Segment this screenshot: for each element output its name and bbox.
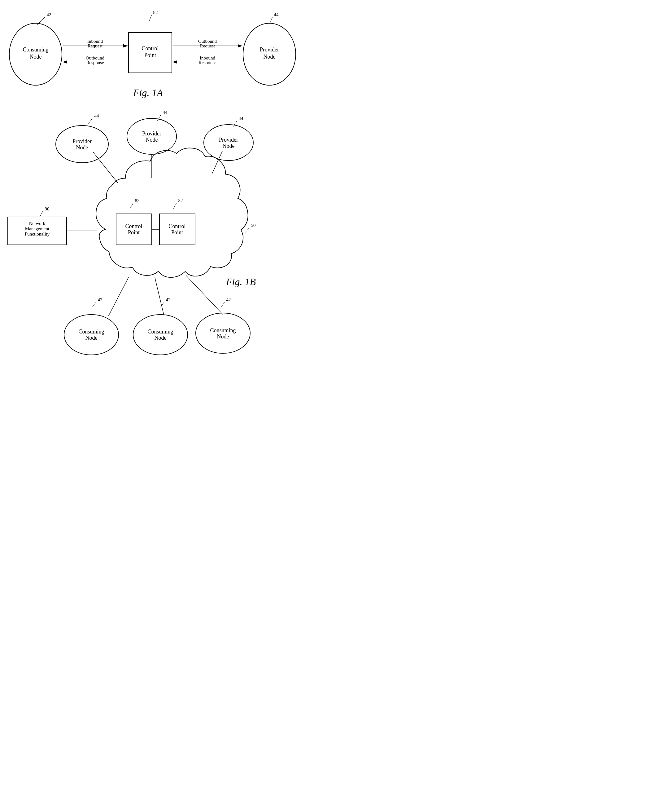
- c1-label2: Node: [86, 335, 98, 341]
- cloud-to-consuming1-line: [108, 277, 128, 316]
- cp2-label1: Control: [168, 223, 185, 229]
- ref-44-p3: 44: [239, 116, 244, 121]
- inbound-request-label1: Inbound: [87, 39, 103, 44]
- provider1-label2: Node: [76, 144, 88, 151]
- ref-82-fig1a: 82: [153, 10, 158, 15]
- network-mgmt-label3: Functionality: [25, 231, 50, 236]
- provider1-label1: Provider: [72, 138, 92, 144]
- consuming-node-label2-fig1a: Node: [30, 54, 42, 60]
- control-point-label2-fig1a: Point: [144, 52, 156, 58]
- ref-42-c1: 42: [98, 297, 102, 302]
- svg-line-9: [130, 203, 133, 208]
- page: 42 Consuming Node 82 Control Point 44 Pr…: [0, 0, 327, 406]
- c2-label1: Consuming: [147, 328, 173, 335]
- svg-line-7: [233, 121, 237, 127]
- svg-line-8: [40, 211, 43, 217]
- svg-line-2: [149, 15, 152, 22]
- cloud-to-consuming2-line: [155, 277, 164, 316]
- ref-82-cp1: 82: [135, 198, 140, 203]
- provider-node-label2-fig1a: Node: [263, 54, 276, 60]
- cp1-label1: Control: [125, 223, 142, 229]
- ref-42-c2: 42: [166, 297, 171, 302]
- fig1b-label: Fig. 1B: [226, 276, 256, 287]
- outbound-response-label2: Response: [86, 60, 104, 65]
- ref-44-fig1a: 44: [274, 12, 279, 17]
- provider2-label2: Node: [146, 137, 158, 143]
- cloud-to-consuming3-line: [186, 275, 223, 314]
- cloud-shape: [96, 148, 248, 277]
- ref-42-fig1a: 42: [47, 12, 51, 17]
- cp1-label2: Point: [128, 229, 140, 236]
- outbound-request-label2: Request: [200, 43, 215, 48]
- ref-82-cp2: 82: [178, 198, 183, 203]
- cp2-label2: Point: [171, 229, 183, 236]
- network-mgmt-label2: Management: [25, 226, 50, 231]
- inbound-request-label2: Request: [88, 43, 103, 48]
- network-mgmt-label1: Network: [29, 221, 46, 226]
- ref-90-fig1b: 90: [45, 207, 50, 211]
- svg-line-11: [91, 302, 96, 308]
- provider1-to-cloud-line: [93, 152, 118, 183]
- svg-line-6: [157, 115, 161, 121]
- fig1a-label: Fig. 1A: [133, 87, 163, 98]
- provider3-label2: Node: [223, 143, 235, 149]
- outbound-request-label1: Outbound: [198, 39, 217, 44]
- ref-42-c3: 42: [226, 297, 231, 302]
- provider3-label1: Provider: [219, 137, 238, 143]
- outbound-response-label1: Outbound: [86, 55, 105, 60]
- svg-line-10: [173, 203, 177, 208]
- ref-50-fig1b: 50: [251, 223, 256, 228]
- svg-line-5: [88, 118, 92, 124]
- inbound-response-label1: Inbound: [200, 55, 215, 60]
- provider2-label1: Provider: [142, 130, 161, 137]
- svg-line-4: [244, 228, 249, 233]
- provider-node-label1-fig1a: Provider: [260, 46, 279, 53]
- c2-label2: Node: [154, 335, 167, 341]
- control-point-label1-fig1a: Control: [142, 45, 159, 51]
- c3-label1: Consuming: [210, 327, 236, 334]
- svg-line-13: [220, 302, 225, 308]
- ref-44-p2: 44: [163, 110, 168, 115]
- ref-44-p1: 44: [95, 113, 99, 118]
- svg-line-12: [159, 302, 164, 308]
- consuming-node-label-fig1a: Consuming: [23, 46, 48, 53]
- c3-label2: Node: [217, 334, 229, 340]
- c1-label1: Consuming: [78, 328, 104, 335]
- inbound-response-label2: Response: [199, 60, 217, 65]
